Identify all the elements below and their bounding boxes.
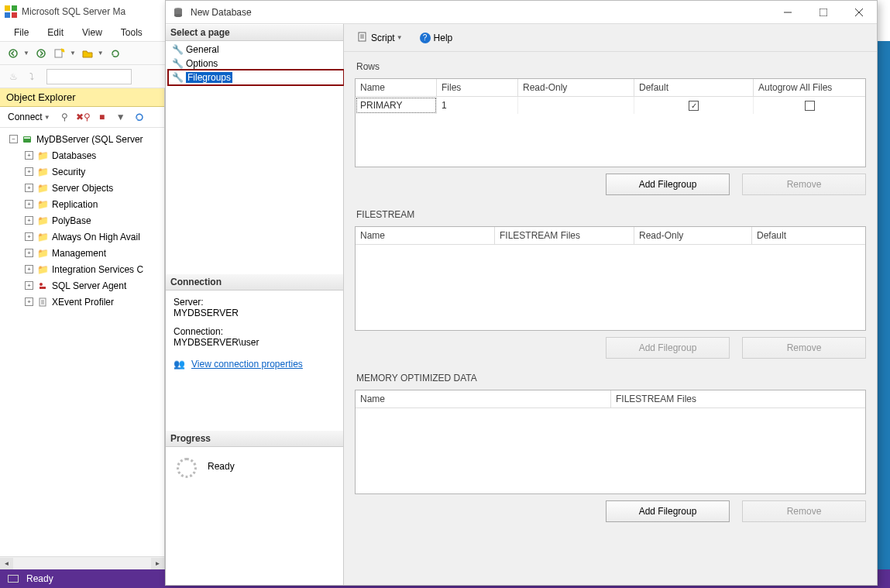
connection-info: Server: MYDBSERVER Connection: MYDBSERVE…	[166, 291, 343, 430]
menu-tools[interactable]: Tools	[112, 25, 152, 40]
oe-disconnect-icon[interactable]: ✖⚲	[77, 110, 91, 124]
collapse-icon[interactable]: −	[9, 135, 18, 143]
memopt-remove-button[interactable]: Remove	[742, 500, 866, 522]
col-readonly[interactable]: Read-Only	[634, 227, 752, 245]
new-query-icon[interactable]	[53, 46, 67, 60]
memopt-add-filegroup-button[interactable]: Add Filegroup	[606, 500, 730, 522]
select-page-header: Select a page	[166, 24, 343, 41]
cell-files[interactable]: 1	[437, 97, 518, 114]
svg-point-10	[40, 283, 43, 286]
memopt-grid-header: Name FILESTREAM Files	[356, 390, 865, 408]
menu-file[interactable]: File	[5, 25, 38, 40]
svg-point-15	[174, 14, 182, 17]
svg-rect-0	[5, 5, 10, 11]
nav-item-general[interactable]: 🔧General	[169, 43, 343, 57]
status-text: Ready	[26, 573, 53, 584]
col-fsfiles[interactable]: FILESTREAM Files	[611, 390, 865, 408]
connection-header: Connection	[166, 273, 343, 291]
expand-icon[interactable]: +	[25, 249, 33, 257]
oe-connect-icon[interactable]: ⚲	[58, 110, 72, 124]
nav-fwd-icon[interactable]	[34, 46, 48, 60]
status-rect-icon	[8, 575, 19, 583]
folder-icon: 📁	[36, 215, 49, 227]
dialog-right-pane: Script ▼ ? Help Rows Name Files Read-Onl…	[344, 24, 877, 585]
dialog-titlebar[interactable]: New Database	[166, 1, 877, 24]
expand-icon[interactable]: +	[25, 167, 33, 176]
minimize-button[interactable]	[770, 1, 806, 24]
maximize-button[interactable]	[806, 1, 841, 24]
oe-filter-icon[interactable]: ▼	[114, 110, 128, 124]
expand-icon[interactable]: +	[25, 265, 33, 273]
menu-edit[interactable]: Edit	[38, 25, 73, 40]
filestream-add-filegroup-button[interactable]: Add Filegroup	[606, 337, 730, 359]
tree-node[interactable]: +📁Management	[3, 245, 164, 261]
tree-node[interactable]: +📁Server Objects	[3, 180, 164, 196]
tree-node[interactable]: +📁Databases	[3, 147, 164, 163]
tree-node[interactable]: +📁Replication	[3, 196, 164, 212]
menu-view[interactable]: View	[73, 25, 112, 40]
expand-icon[interactable]: +	[25, 184, 33, 192]
tree-node[interactable]: +XEvent Profiler	[3, 294, 164, 310]
rows-add-filegroup-button[interactable]: Add Filegroup	[606, 174, 730, 195]
tree-server-node[interactable]: − MyDBServer (SQL Server	[3, 131, 164, 147]
col-name[interactable]: Name	[356, 79, 437, 97]
col-name[interactable]: Name	[356, 390, 611, 408]
expand-icon[interactable]: +	[25, 281, 33, 290]
server-value: MYDBSERVER	[174, 308, 335, 318]
col-default[interactable]: Default	[752, 227, 865, 245]
debug-step-icon[interactable]: ⤵	[25, 70, 39, 84]
script-button[interactable]: Script ▼	[353, 30, 407, 46]
oe-connect-button[interactable]: Connect▼	[5, 110, 53, 124]
refresh-icon[interactable]	[108, 46, 122, 60]
col-files[interactable]: Files	[437, 79, 518, 97]
object-explorer-tree[interactable]: − MyDBServer (SQL Server +📁Databases +📁S…	[0, 128, 164, 556]
oe-stop-icon[interactable]: ■	[95, 110, 109, 124]
nav-back-icon[interactable]	[6, 46, 20, 60]
rows-grid[interactable]: Name Files Read-Only Default Autogrow Al…	[355, 78, 866, 167]
filestream-remove-button[interactable]: Remove	[742, 337, 866, 359]
oe-hscrollbar[interactable]: ◄ ►	[0, 556, 164, 569]
debug-icon[interactable]: ♨	[6, 70, 20, 84]
expand-icon[interactable]: +	[25, 216, 33, 225]
cell-name[interactable]: PRIMARY	[356, 97, 437, 114]
col-default[interactable]: Default	[634, 79, 754, 97]
tree-node[interactable]: +📁Integration Services C	[3, 261, 164, 277]
expand-icon[interactable]: +	[25, 200, 33, 208]
filestream-grid[interactable]: Name FILESTREAM Files Read-Only Default	[355, 226, 866, 331]
memopt-grid[interactable]: Name FILESTREAM Files	[355, 390, 866, 494]
col-name[interactable]: Name	[356, 227, 495, 245]
nav-item-options[interactable]: 🔧Options	[169, 57, 343, 70]
help-button[interactable]: ? Help	[415, 31, 458, 45]
xevent-icon	[36, 296, 49, 308]
tree-node[interactable]: +SQL Server Agent	[3, 277, 164, 294]
col-readonly[interactable]: Read-Only	[518, 79, 634, 97]
expand-icon[interactable]: +	[25, 297, 33, 306]
close-button[interactable]	[841, 1, 877, 24]
checkbox-unchecked-icon[interactable]	[805, 101, 815, 111]
database-combo[interactable]	[46, 69, 132, 84]
scroll-right-icon[interactable]: ►	[151, 558, 164, 569]
chevron-down-icon: ▼	[397, 34, 403, 41]
scroll-left-icon[interactable]: ◄	[0, 558, 13, 569]
open-icon[interactable]	[81, 46, 94, 60]
table-row[interactable]: PRIMARY 1 ✓	[356, 97, 865, 114]
expand-icon[interactable]: +	[25, 232, 33, 241]
col-fsfiles[interactable]: FILESTREAM Files	[495, 227, 634, 245]
rows-remove-button[interactable]: Remove	[742, 174, 866, 195]
checkbox-checked-icon[interactable]: ✓	[689, 101, 699, 111]
col-autogrow[interactable]: Autogrow All Files	[754, 79, 865, 97]
dialog-left-pane: Select a page 🔧General 🔧Options 🔧Filegro…	[166, 24, 344, 585]
tree-node[interactable]: +📁Always On High Avail	[3, 229, 164, 245]
nav-item-filegroups[interactable]: 🔧Filegroups	[169, 70, 343, 84]
cell-autogrow[interactable]	[754, 97, 865, 114]
tree-node[interactable]: +📁Security	[3, 163, 164, 180]
oe-refresh-icon[interactable]	[132, 110, 146, 124]
tree-node[interactable]: +📁PolyBase	[3, 212, 164, 229]
filestream-grid-header: Name FILESTREAM Files Read-Only Default	[356, 227, 865, 245]
svg-rect-9	[24, 137, 30, 139]
expand-icon[interactable]: +	[25, 151, 33, 160]
cell-default[interactable]: ✓	[634, 97, 754, 114]
dialog-title: New Database	[191, 7, 770, 18]
view-connection-properties-link[interactable]: View connection properties	[191, 359, 303, 370]
cell-readonly[interactable]	[518, 97, 634, 114]
